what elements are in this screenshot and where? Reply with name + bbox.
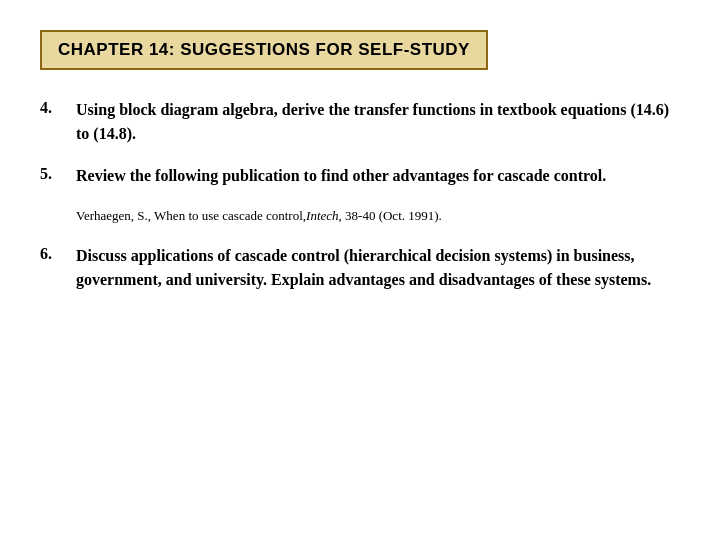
reference-block: Verhaegen, S., When to use cascade contr… <box>76 206 680 226</box>
item-number-4: 4. <box>40 98 76 117</box>
item-number-6: 6. <box>40 244 76 263</box>
reference-journal: Intech <box>306 208 338 223</box>
list-item: 6. Discuss applications of cascade contr… <box>40 244 680 292</box>
item-number-5: 5. <box>40 164 76 183</box>
item-text-6: Discuss applications of cascade control … <box>76 244 680 292</box>
page: CHAPTER 14: SUGGESTIONS FOR SELF-STUDY 4… <box>0 0 720 540</box>
item-text-4: Using block diagram algebra, derive the … <box>76 98 680 146</box>
reference-author: Verhaegen, S., When to use cascade contr… <box>76 208 306 223</box>
list-item: 4. Using block diagram algebra, derive t… <box>40 98 680 146</box>
item-text-5: Review the following publication to find… <box>76 164 606 188</box>
chapter-title: CHAPTER 14: SUGGESTIONS FOR SELF-STUDY <box>58 40 470 59</box>
list-item: 5. Review the following publication to f… <box>40 164 680 188</box>
reference-details: , 38-40 (Oct. 1991). <box>339 208 442 223</box>
chapter-header: CHAPTER 14: SUGGESTIONS FOR SELF-STUDY <box>40 30 488 70</box>
content: 4. Using block diagram algebra, derive t… <box>40 98 680 310</box>
